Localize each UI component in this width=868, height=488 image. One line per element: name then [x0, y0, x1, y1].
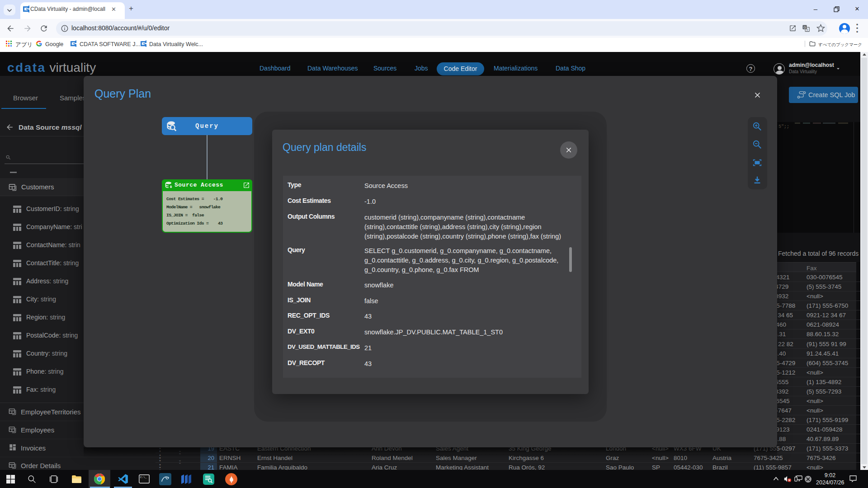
svg-text:文: 文 — [806, 28, 809, 31]
svg-text:C:\_: C:\_ — [140, 476, 147, 479]
svg-text:G: G — [803, 26, 806, 29]
